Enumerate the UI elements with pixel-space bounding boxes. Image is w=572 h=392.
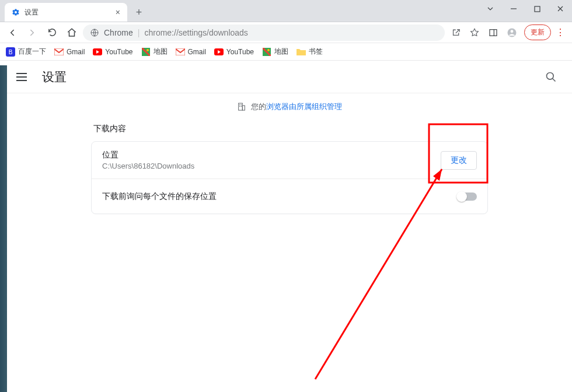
svg-rect-21 [239,104,240,105]
bookmark-label: 地图 [154,47,168,57]
address-toolbar: Chrome | chrome://settings/downloads 更新 … [0,22,572,43]
managed-prefix: 您的 [251,102,266,111]
youtube-icon [214,47,224,57]
window-controls [479,0,572,18]
bookmark-maps-2[interactable]: 地图 [262,47,288,57]
forward-button[interactable] [23,24,41,41]
address-host: Chrome [104,28,133,37]
window-left-shadow [0,65,7,392]
youtube-icon [93,47,102,57]
svg-rect-3 [490,29,497,36]
menu-icon[interactable] [16,70,30,84]
bookmark-baidu[interactable]: B 百度一下 [6,47,46,57]
svg-line-18 [553,78,556,81]
bookmark-gmail-2[interactable]: Gmail [176,47,206,57]
svg-rect-1 [535,6,540,12]
change-location-button[interactable]: 更改 [441,151,477,170]
baidu-icon: B [6,47,15,57]
ask-save-row: 下载前询问每个文件的保存位置 [92,178,487,214]
bookmark-youtube[interactable]: YouTube [93,47,132,57]
settings-header: 设置 [7,61,572,93]
svg-rect-20 [242,106,245,110]
svg-point-16 [267,49,270,51]
bookmarks-bar: B 百度一下 Gmail YouTube 地图 Gmail YouTube 地图… [0,43,572,61]
back-button[interactable] [4,24,21,41]
svg-point-12 [147,49,149,51]
svg-rect-19 [239,103,243,110]
bookmark-maps[interactable]: 地图 [141,47,168,57]
address-bar[interactable]: Chrome | chrome://settings/downloads [83,24,445,41]
bookmark-label: Gmail [188,48,206,56]
address-url: chrome://settings/downloads [144,28,247,37]
settings-content: 下载内容 位置 C:\Users\86182\Downloads 更改 下载前询… [91,118,488,214]
share-icon[interactable] [447,24,465,41]
maximize-button[interactable] [525,0,549,18]
chevron-down-icon[interactable] [479,0,502,18]
search-icon[interactable] [545,71,563,83]
bookmark-label: Gmail [67,48,85,56]
gmail-icon [54,47,64,57]
settings-page: 设置 您的浏览器由所属组织管理 下载内容 位置 C:\Users\86182\D… [7,61,572,392]
svg-text:B: B [9,49,13,55]
bookmark-youtube-2[interactable]: YouTube [214,47,254,57]
location-label: 位置 [102,150,194,160]
close-icon[interactable]: × [116,8,120,17]
svg-rect-22 [241,104,242,105]
tab-title: 设置 [25,8,39,18]
svg-rect-23 [239,106,240,107]
bookmark-label: 书签 [309,47,323,57]
profile-icon[interactable] [503,24,521,41]
close-window-button[interactable] [549,0,572,18]
bookmark-gmail[interactable]: Gmail [54,47,85,57]
minimize-button[interactable] [502,0,525,18]
maps-icon [262,47,271,57]
gear-icon [12,8,20,16]
browser-titlebar: 设置 × + [0,0,572,22]
update-button[interactable]: 更新 [524,24,551,40]
bookmark-label: 地图 [274,47,288,57]
bookmark-folder[interactable]: 书签 [297,47,323,57]
folder-icon [297,47,306,57]
home-button[interactable] [63,24,81,41]
ask-save-toggle[interactable] [457,192,477,201]
maps-icon [141,47,151,57]
svg-point-17 [547,72,554,79]
building-icon [237,102,246,111]
kebab-menu-icon[interactable]: ⋮ [552,27,568,38]
bookmark-label: 百度一下 [18,47,46,57]
download-location-row: 位置 C:\Users\86182\Downloads 更改 [92,142,487,178]
browser-tab-active[interactable]: 设置 × [5,3,127,22]
managed-link[interactable]: 浏览器由所属组织管理 [266,102,342,111]
gmail-icon [176,47,185,57]
new-tab-button[interactable]: + [131,4,147,20]
address-separator: | [138,28,140,37]
ask-save-label: 下载前询问每个文件的保存位置 [102,191,217,202]
star-icon[interactable] [466,24,483,41]
site-info-icon[interactable] [90,28,99,37]
svg-point-6 [511,30,514,33]
bookmark-label: YouTube [226,48,254,56]
svg-rect-24 [241,106,242,107]
downloads-card: 位置 C:\Users\86182\Downloads 更改 下载前询问每个文件… [91,141,488,214]
section-title: 下载内容 [91,118,488,141]
reload-button[interactable] [43,24,61,41]
managed-banner: 您的浏览器由所属组织管理 [7,93,572,118]
location-path: C:\Users\86182\Downloads [102,162,194,170]
page-title: 设置 [42,69,67,85]
bookmark-label: YouTube [105,48,132,56]
side-panel-icon[interactable] [484,24,502,41]
